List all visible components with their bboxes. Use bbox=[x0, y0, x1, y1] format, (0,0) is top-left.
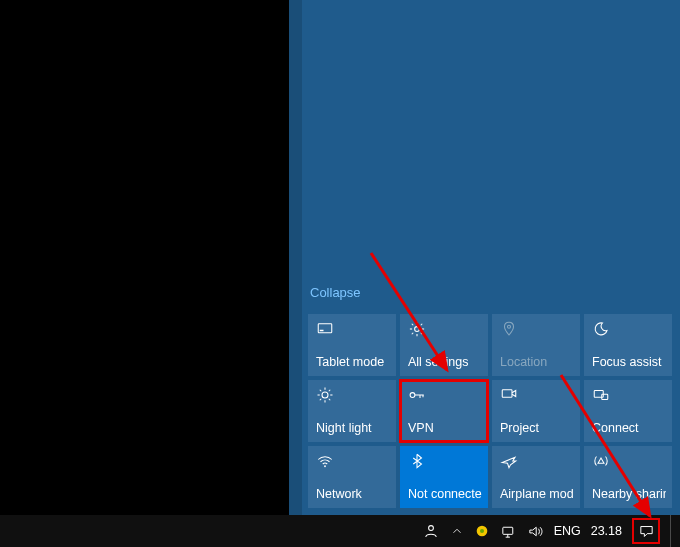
tray-chevron-up-icon[interactable] bbox=[450, 515, 464, 547]
language-indicator[interactable]: ENG bbox=[554, 515, 581, 547]
tile-label: Network bbox=[316, 488, 390, 502]
svg-line-17 bbox=[320, 390, 322, 392]
tile-label: Focus assist bbox=[592, 356, 666, 370]
svg-point-2 bbox=[415, 327, 420, 332]
tile-nearby-sharing[interactable]: Nearby sharing bbox=[584, 446, 672, 508]
tile-vpn[interactable]: VPN bbox=[400, 380, 488, 442]
tile-project[interactable]: Project bbox=[492, 380, 580, 442]
svg-line-18 bbox=[329, 399, 331, 401]
tile-label: Connect bbox=[592, 422, 666, 436]
svg-line-10 bbox=[421, 324, 423, 326]
tile-label: Nearby sharing bbox=[592, 488, 666, 502]
network-tray-icon[interactable] bbox=[500, 515, 517, 547]
svg-point-21 bbox=[410, 393, 415, 398]
tile-label: All settings bbox=[408, 356, 482, 370]
sun-icon bbox=[316, 386, 334, 404]
quick-actions-grid: Tablet mode All settings Location Focus … bbox=[308, 314, 674, 508]
nearby-share-icon bbox=[592, 452, 610, 470]
svg-line-19 bbox=[320, 399, 322, 401]
svg-line-7 bbox=[412, 324, 414, 326]
connect-icon bbox=[592, 386, 610, 404]
tile-label: Not connected bbox=[408, 488, 482, 502]
svg-rect-1 bbox=[320, 330, 324, 332]
volume-tray-icon[interactable] bbox=[527, 515, 544, 547]
vpn-icon bbox=[408, 386, 426, 404]
tile-focus-assist[interactable]: Focus assist bbox=[584, 314, 672, 376]
tile-label: Project bbox=[500, 422, 574, 436]
svg-line-9 bbox=[412, 333, 414, 335]
svg-point-11 bbox=[508, 325, 511, 328]
tile-connect[interactable]: Connect bbox=[584, 380, 672, 442]
tile-location[interactable]: Location bbox=[492, 314, 580, 376]
location-icon bbox=[500, 320, 518, 338]
clock[interactable]: 23.18 bbox=[591, 515, 622, 547]
tile-label: VPN bbox=[408, 422, 482, 436]
tile-label: Night light bbox=[316, 422, 390, 436]
wifi-icon bbox=[316, 452, 334, 470]
tray-app-icon[interactable] bbox=[474, 515, 490, 547]
tile-tablet-mode[interactable]: Tablet mode bbox=[308, 314, 396, 376]
taskbar: ENG 23.18 bbox=[0, 515, 680, 547]
gear-icon bbox=[408, 320, 426, 338]
action-center-tray-icon[interactable] bbox=[632, 518, 660, 544]
svg-line-20 bbox=[329, 390, 331, 392]
svg-point-29 bbox=[428, 526, 433, 531]
svg-line-8 bbox=[421, 333, 423, 335]
svg-rect-0 bbox=[318, 324, 332, 333]
tile-all-settings[interactable]: All settings bbox=[400, 314, 488, 376]
collapse-link[interactable]: Collapse bbox=[310, 285, 674, 300]
tile-label: Location bbox=[500, 356, 574, 370]
tile-airplane-mode[interactable]: Airplane mode bbox=[492, 446, 580, 508]
tile-night-light[interactable]: Night light bbox=[308, 380, 396, 442]
action-center-panel: Collapse Tablet mode All settings Locati… bbox=[302, 0, 680, 515]
project-icon bbox=[500, 386, 518, 404]
show-desktop-sliver[interactable] bbox=[670, 515, 674, 547]
tile-label: Airplane mode bbox=[500, 488, 574, 502]
svg-rect-25 bbox=[502, 390, 512, 398]
airplane-icon bbox=[500, 452, 518, 470]
moon-icon bbox=[592, 320, 610, 338]
people-tray-icon[interactable] bbox=[422, 515, 440, 547]
svg-point-31 bbox=[480, 529, 484, 533]
svg-rect-32 bbox=[502, 527, 512, 534]
svg-point-28 bbox=[324, 465, 326, 467]
svg-point-12 bbox=[322, 392, 328, 398]
tile-network[interactable]: Network bbox=[308, 446, 396, 508]
tablet-mode-icon bbox=[316, 320, 334, 338]
tile-label: Tablet mode bbox=[316, 356, 390, 370]
tile-bluetooth[interactable]: Not connected bbox=[400, 446, 488, 508]
bluetooth-icon bbox=[408, 452, 426, 470]
